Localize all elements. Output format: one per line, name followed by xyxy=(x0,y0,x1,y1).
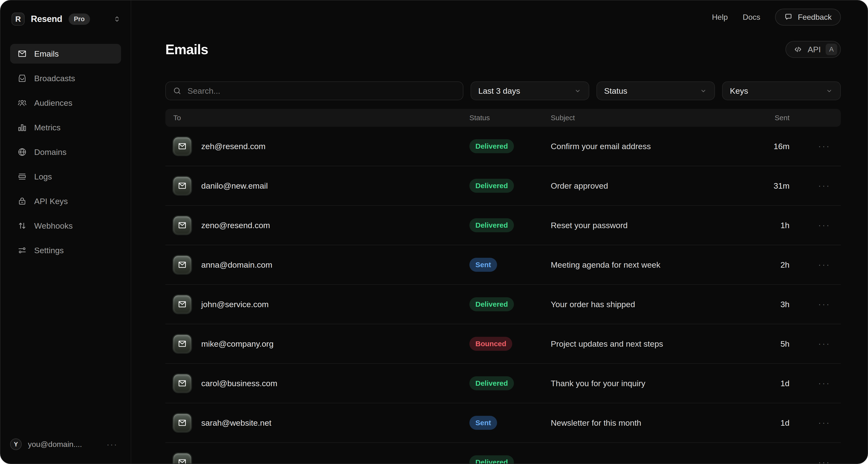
column-sent: Sent xyxy=(751,114,789,122)
table-row[interactable]: mike@company.org Bounced Project updates… xyxy=(165,324,841,364)
sidebar-item-label: Logs xyxy=(34,172,52,181)
keys-dropdown[interactable]: Keys xyxy=(722,81,841,100)
recipient-email: mike@company.org xyxy=(201,339,274,349)
row-menu-ellipsis-icon[interactable]: ··· xyxy=(818,260,831,269)
column-subject: Subject xyxy=(551,114,751,122)
sidebar-nav: Emails Broadcasts Audiences Metrics Doma… xyxy=(10,44,121,260)
sidebar-item-domains[interactable]: Domains xyxy=(10,142,121,162)
sent-time: 5h xyxy=(751,339,789,349)
code-icon xyxy=(793,45,803,54)
sidebar-item-metrics[interactable]: Metrics xyxy=(10,118,121,137)
row-menu-ellipsis-icon[interactable]: ··· xyxy=(818,220,831,230)
email-subject: Confirm your email address xyxy=(551,142,751,151)
recipient-email: danilo@new.email xyxy=(201,181,268,191)
search-icon xyxy=(173,86,182,95)
envelope-icon xyxy=(173,335,191,353)
email-subject: Project updates and next steps xyxy=(551,339,751,349)
status-badge: Delivered xyxy=(469,139,514,153)
email-subject: Thank you for your inquiry xyxy=(551,379,751,388)
user-menu-ellipsis-icon[interactable]: ··· xyxy=(106,440,121,449)
row-menu-ellipsis-icon[interactable]: ··· xyxy=(818,299,831,309)
sidebar-item-label: Broadcasts xyxy=(34,74,75,83)
broadcast-icon xyxy=(17,74,27,83)
table-row[interactable]: Delivered ··· xyxy=(165,443,841,464)
table-row[interactable]: zeh@resend.com Delivered Confirm your em… xyxy=(165,127,841,166)
row-menu-ellipsis-icon[interactable]: ··· xyxy=(818,339,831,349)
sidebar-item-label: Settings xyxy=(34,246,64,255)
row-menu-ellipsis-icon[interactable]: ··· xyxy=(818,141,831,151)
status-value: Status xyxy=(604,86,627,96)
envelope-icon xyxy=(173,177,191,195)
email-subject: Order approved xyxy=(551,181,751,191)
sidebar-item-api-keys[interactable]: API Keys xyxy=(10,191,121,211)
avatar: Y xyxy=(10,438,22,450)
help-link[interactable]: Help xyxy=(712,13,728,22)
row-menu-ellipsis-icon[interactable]: ··· xyxy=(818,418,831,428)
status-badge: Delivered xyxy=(469,297,514,311)
sidebar-item-audiences[interactable]: Audiences xyxy=(10,93,121,113)
lock-icon xyxy=(17,196,27,206)
sidebar-item-label: API Keys xyxy=(34,197,68,206)
sidebar-item-webhooks[interactable]: Webhooks xyxy=(10,216,121,236)
sidebar-item-label: Audiences xyxy=(34,98,72,108)
chat-bubble-icon xyxy=(784,13,793,22)
chevron-down-icon xyxy=(826,87,833,95)
bar-chart-icon xyxy=(17,123,27,132)
recipient-email: zeno@resend.com xyxy=(201,221,270,230)
feedback-label: Feedback xyxy=(798,13,832,22)
api-button[interactable]: API A xyxy=(785,41,841,58)
recipient-email: anna@domain.com xyxy=(201,260,272,269)
envelope-icon xyxy=(173,216,191,234)
column-to: To xyxy=(173,114,469,122)
row-menu-ellipsis-icon[interactable]: ··· xyxy=(818,378,831,388)
chevron-down-icon xyxy=(574,87,582,95)
sidebar-item-settings[interactable]: Settings xyxy=(10,240,121,260)
search-box xyxy=(165,81,463,100)
status-badge: Sent xyxy=(469,258,497,272)
envelope-icon xyxy=(173,414,191,432)
email-subject: Meeting agenda for next week xyxy=(551,260,751,269)
email-subject: Your order has shipped xyxy=(551,300,751,309)
sidebar-item-broadcasts[interactable]: Broadcasts xyxy=(10,68,121,88)
envelope-icon xyxy=(173,374,191,392)
envelope-icon xyxy=(173,137,191,155)
app-window: R Resend Pro Emails Broadcasts Audiences… xyxy=(0,0,868,464)
table-row[interactable]: danilo@new.email Delivered Order approve… xyxy=(165,166,841,206)
table-body: zeh@resend.com Delivered Confirm your em… xyxy=(165,127,841,464)
envelope-icon xyxy=(173,454,191,464)
row-menu-ellipsis-icon[interactable]: ··· xyxy=(818,457,831,464)
table-row[interactable]: zeno@resend.com Delivered Reset your pas… xyxy=(165,206,841,245)
topbar: Help Docs Feedback xyxy=(165,0,841,26)
date-range-dropdown[interactable]: Last 3 days xyxy=(471,81,589,100)
sidebar-item-label: Webhooks xyxy=(34,221,73,231)
status-badge: Delivered xyxy=(469,376,514,390)
table-row[interactable]: john@service.com Delivered Your order ha… xyxy=(165,285,841,324)
sent-time: 16m xyxy=(751,142,789,151)
email-subject: Reset your password xyxy=(551,221,751,230)
table-row[interactable]: anna@domain.com Sent Meeting agenda for … xyxy=(165,245,841,285)
docs-link[interactable]: Docs xyxy=(743,13,761,22)
page-title: Emails xyxy=(165,41,208,57)
status-dropdown[interactable]: Status xyxy=(596,81,715,100)
email-subject: Newsletter for this month xyxy=(551,418,751,428)
chevrons-up-down-icon[interactable] xyxy=(113,15,121,23)
workspace-header: R Resend Pro xyxy=(10,12,121,26)
keys-value: Keys xyxy=(730,86,748,96)
sidebar-item-logs[interactable]: Logs xyxy=(10,167,121,186)
search-input[interactable] xyxy=(187,86,456,96)
sidebar-item-emails[interactable]: Emails xyxy=(10,44,121,64)
mail-icon xyxy=(17,49,27,59)
sent-time: 3h xyxy=(751,300,789,309)
sidebar: R Resend Pro Emails Broadcasts Audiences… xyxy=(0,0,131,464)
logs-icon xyxy=(17,172,27,181)
sidebar-item-label: Emails xyxy=(34,49,59,59)
table-row[interactable]: sarah@website.net Sent Newsletter for th… xyxy=(165,403,841,443)
envelope-icon xyxy=(173,295,191,313)
status-badge: Delivered xyxy=(469,218,514,232)
arrows-up-down-icon xyxy=(17,221,27,231)
recipient-email: carol@business.com xyxy=(201,379,277,388)
feedback-button[interactable]: Feedback xyxy=(775,9,841,26)
row-menu-ellipsis-icon[interactable]: ··· xyxy=(818,181,831,191)
sent-time: 1h xyxy=(751,221,789,230)
table-row[interactable]: carol@business.com Delivered Thank you f… xyxy=(165,364,841,403)
